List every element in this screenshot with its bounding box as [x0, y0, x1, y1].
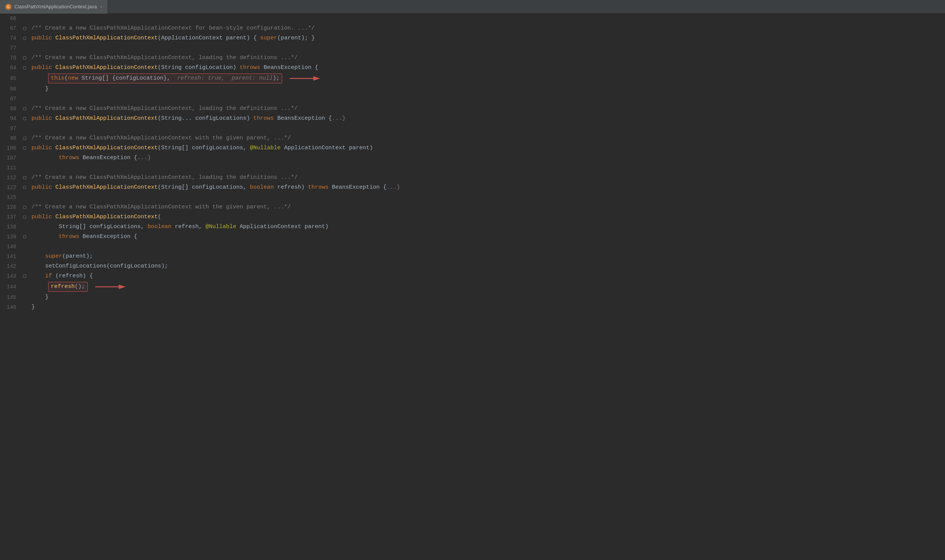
line: 106 public ClassPathXmlApplicationContex… — [0, 143, 945, 153]
line: 143 if (refresh) { — [0, 271, 945, 281]
line: 84 public ClassPathXmlApplicationContext… — [0, 63, 945, 73]
line-content: setConfigLocations(configLocations); — [28, 261, 945, 271]
line: 111 — [0, 163, 945, 173]
line-number: 141 — [0, 252, 21, 261]
line-content: this(new String[] {configLocation}, refr… — [28, 73, 945, 84]
svg-marker-1 — [313, 76, 320, 81]
line-gutter — [21, 43, 28, 53]
line-number: 84 — [0, 63, 21, 73]
line-gutter — [21, 192, 28, 202]
line-gutter — [21, 23, 28, 33]
line-highlighted-2: 144 refresh(); — [0, 281, 945, 293]
line-number: 138 — [0, 222, 21, 232]
line-content: /** Create a new ClassPathXmlApplication… — [28, 53, 945, 63]
line: 145 } — [0, 293, 945, 302]
line-content: throws BeansException { — [28, 232, 945, 242]
close-icon[interactable]: × — [100, 5, 102, 9]
line-content: public ClassPathXmlApplicationContext(St… — [28, 63, 945, 73]
line-content: /** Create a new ClassPathXmlApplication… — [28, 133, 945, 143]
code-area: 66 67 /** Create a new ClassPathXmlAppli… — [0, 14, 945, 312]
line: 125 — [0, 192, 945, 202]
line-number: 78 — [0, 53, 21, 63]
line-gutter — [21, 84, 28, 94]
line-gutter — [21, 124, 28, 133]
arrow-right-icon-2 — [95, 283, 126, 291]
line: 140 — [0, 242, 945, 252]
line-gutter — [21, 114, 28, 124]
line-content: public ClassPathXmlApplicationContext(St… — [28, 183, 945, 192]
line-gutter — [21, 53, 28, 63]
line-gutter — [21, 222, 28, 232]
line-content — [28, 94, 945, 104]
line-number: 85 — [0, 73, 21, 84]
line-number: 146 — [0, 302, 21, 312]
arrow-right-icon — [290, 74, 320, 83]
line-gutter — [21, 183, 28, 192]
line-content: refresh(); — [28, 281, 945, 293]
line: 87 — [0, 94, 945, 104]
line-content — [28, 192, 945, 202]
line-number: 98 — [0, 133, 21, 143]
line-content — [28, 43, 945, 53]
line-number: 144 — [0, 281, 21, 293]
line-content: } — [28, 84, 945, 94]
line: 138 String[] configLocations, boolean re… — [0, 222, 945, 232]
line-content: } — [28, 302, 945, 312]
line-number: 143 — [0, 271, 21, 281]
line-gutter — [21, 302, 28, 312]
line-content — [28, 242, 945, 252]
line-content: public ClassPathXmlApplicationContext(St… — [28, 114, 945, 124]
line: 88 /** Create a new ClassPathXmlApplicat… — [0, 104, 945, 114]
line-content — [28, 14, 945, 23]
line-number: 86 — [0, 84, 21, 94]
line-gutter — [21, 63, 28, 73]
line-number: 107 — [0, 153, 21, 163]
line-gutter — [21, 133, 28, 143]
line-number: 125 — [0, 192, 21, 202]
line-number: 74 — [0, 33, 21, 43]
line-number: 142 — [0, 261, 21, 271]
line-number: 112 — [0, 173, 21, 183]
line: 67 /** Create a new ClassPathXmlApplicat… — [0, 23, 945, 33]
svg-marker-3 — [119, 285, 126, 289]
line-content: public ClassPathXmlApplicationContext( — [28, 212, 945, 222]
line-number: 106 — [0, 143, 21, 153]
line-gutter — [21, 94, 28, 104]
line-gutter — [21, 271, 28, 281]
line-gutter — [21, 14, 28, 23]
line: 66 — [0, 14, 945, 23]
line-content: super(parent); — [28, 252, 945, 261]
line-content: } — [28, 293, 945, 302]
line: 86 } — [0, 84, 945, 94]
line-number: 94 — [0, 114, 21, 124]
file-tab[interactable]: C ClassPathXmlApplicationContext.java × — [0, 0, 108, 14]
tab-title: ClassPathXmlApplicationContext.java — [14, 4, 97, 9]
line-gutter — [21, 73, 28, 84]
line-number: 97 — [0, 124, 21, 133]
line-content — [28, 163, 945, 173]
line: 139 throws BeansException { — [0, 232, 945, 242]
line-gutter — [21, 163, 28, 173]
line-number: 140 — [0, 242, 21, 252]
line: 74 public ClassPathXmlApplicationContext… — [0, 33, 945, 43]
line-gutter — [21, 232, 28, 242]
line-number: 111 — [0, 163, 21, 173]
line: 146 } — [0, 302, 945, 312]
line: 98 /** Create a new ClassPathXmlApplicat… — [0, 133, 945, 143]
line-gutter — [21, 173, 28, 183]
line-gutter — [21, 242, 28, 252]
line: 107 throws BeansException {...} — [0, 153, 945, 163]
line-content: throws BeansException {...} — [28, 153, 945, 163]
line-content — [28, 124, 945, 133]
line: 141 super(parent); — [0, 252, 945, 261]
line-number: 66 — [0, 14, 21, 23]
line-gutter — [21, 143, 28, 153]
line-gutter — [21, 202, 28, 212]
line-number: 137 — [0, 212, 21, 222]
line-content: String[] configLocations, boolean refres… — [28, 222, 945, 232]
line-number: 87 — [0, 94, 21, 104]
line: 78 /** Create a new ClassPathXmlApplicat… — [0, 53, 945, 63]
line-number: 126 — [0, 202, 21, 212]
line-gutter — [21, 33, 28, 43]
line-content: /** Create a new ClassPathXmlApplication… — [28, 104, 945, 114]
